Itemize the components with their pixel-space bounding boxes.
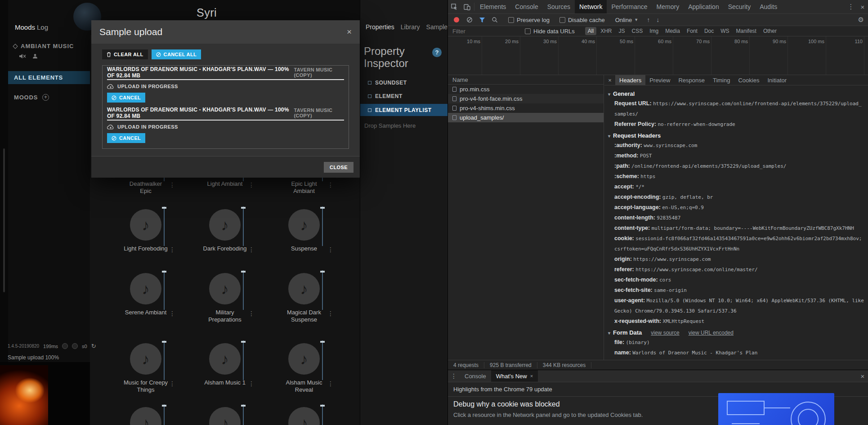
volume-knob[interactable] <box>320 341 325 343</box>
inspector-item-element[interactable]: ELEMENT <box>360 90 448 102</box>
device-toolbar-icon[interactable] <box>461 0 473 13</box>
close-button[interactable]: CLOSE <box>324 162 353 173</box>
devtools-menu-icon[interactable]: ⋮ <box>845 0 857 13</box>
clear-network-icon[interactable] <box>466 17 473 23</box>
nav-item-log[interactable]: Log <box>37 23 48 31</box>
filter-pill-xhr[interactable]: XHR <box>598 27 614 35</box>
tab-application[interactable]: Application <box>684 0 724 13</box>
filter-pill-ws[interactable]: WS <box>718 27 732 35</box>
element-icon[interactable]: ♪ <box>209 209 241 241</box>
add-mood-icon[interactable]: + <box>42 94 49 101</box>
element-tile[interactable]: ♪ <box>185 407 264 425</box>
mute-icon[interactable] <box>19 53 26 61</box>
detail-tab-headers[interactable]: Headers <box>615 75 645 85</box>
tab-security[interactable]: Security <box>724 0 756 13</box>
volume-slider[interactable] <box>164 270 165 310</box>
element-menu-icon[interactable]: ⋮ <box>327 380 334 387</box>
element-tile[interactable]: ♪ Alsham Music 1 ⋮ <box>185 343 264 412</box>
element-menu-ic on[interactable]: ⋮ <box>248 310 255 317</box>
settings-gear-icon[interactable]: ⚙ <box>858 16 864 24</box>
detail-tab-cookies[interactable]: Cookies <box>734 75 763 85</box>
element-tile[interactable]: ♪ <box>106 407 185 425</box>
volume-slider[interactable] <box>164 404 165 425</box>
inspector-item-soundset[interactable]: SOUNDSET <box>360 76 448 89</box>
request-row[interactable]: pro-v4-font-face.min.css <box>448 94 604 103</box>
filter-pill-media[interactable]: Media <box>662 27 683 35</box>
element-icon[interactable]: ♪ <box>288 343 320 375</box>
volume-knob[interactable] <box>162 405 166 407</box>
tab-close-icon[interactable]: × <box>530 373 533 379</box>
volume-slider[interactable] <box>243 340 244 380</box>
element-tile[interactable]: ♪ Dark Foreboding ⋮ <box>185 209 264 277</box>
element-menu-icon[interactable]: ⋮ <box>248 181 255 188</box>
volume-knob[interactable] <box>241 341 246 343</box>
element-icon[interactable]: ♪ <box>130 209 161 241</box>
detail-tab-preview[interactable]: Preview <box>645 75 674 85</box>
element-tile[interactable]: ♪ Military Preparations ⋮ <box>185 273 264 341</box>
element-menu-ic on[interactable]: ⋮ <box>169 310 175 317</box>
hide-data-urls-checkbox[interactable] <box>525 28 531 34</box>
filter-pill-manifest[interactable]: Manifest <box>734 27 759 35</box>
element-menu-icon[interactable]: ⋮ <box>327 181 334 188</box>
detail-tab-initiator[interactable]: Initiator <box>763 75 791 85</box>
element-icon[interactable]: ♪ <box>288 407 320 425</box>
tab-properties[interactable]: Properties <box>366 23 394 31</box>
nav-item-moods[interactable]: Moods <box>15 23 35 31</box>
element-icon[interactable]: ♪ <box>130 273 161 304</box>
user-icon[interactable] <box>32 53 38 61</box>
export-har-icon[interactable]: ↓ <box>656 16 659 23</box>
volume-knob[interactable] <box>162 207 166 209</box>
record-button[interactable] <box>454 17 459 22</box>
volume-slider[interactable] <box>243 404 244 425</box>
request-row[interactable]: pro-v4-shims.min.css <box>448 103 604 113</box>
preserve-log-checkbox[interactable] <box>508 17 514 23</box>
element-menu-ic on[interactable]: ⋮ <box>327 310 334 317</box>
cancel-button[interactable]: CANCEL <box>107 93 145 103</box>
drawer-close-icon[interactable]: × <box>857 370 868 382</box>
volume-knob[interactable] <box>320 271 325 273</box>
tab-sample[interactable]: Sample <box>426 23 447 31</box>
tab-audits[interactable]: Audits <box>755 0 782 13</box>
volume-slider[interactable] <box>322 270 323 310</box>
tab-network[interactable]: Network <box>575 0 607 13</box>
volume-slider[interactable] <box>322 206 323 246</box>
element-tile[interactable]: ♪ Light Foreboding ⋮ <box>106 209 185 277</box>
volume-slider[interactable] <box>243 206 244 246</box>
element-icon[interactable]: ♪ <box>209 273 241 304</box>
modal-close-icon[interactable]: × <box>347 27 352 37</box>
detail-tab-timing[interactable]: Timing <box>709 75 734 85</box>
section-title-general[interactable]: ▾ General <box>608 90 864 97</box>
element-menu-icon[interactable]: ⋮ <box>169 380 175 387</box>
cancel-all-button[interactable]: CANCEL ALL <box>152 49 201 59</box>
inspector-item-element-playlist[interactable]: ELEMENT PLAYLIST <box>360 104 448 116</box>
volume-knob[interactable] <box>162 341 166 343</box>
element-menu-icon[interactable]: ⋮ <box>248 380 255 387</box>
network-filter-input[interactable] <box>452 28 520 35</box>
tab-console[interactable]: Console <box>510 0 542 13</box>
volume-slider[interactable] <box>322 340 323 380</box>
element-tile[interactable]: ♪ Suspense ⋮ <box>264 209 344 277</box>
volume-slider[interactable] <box>322 404 323 425</box>
volume-knob[interactable] <box>320 405 325 407</box>
element-icon[interactable]: ♪ <box>130 343 161 375</box>
element-tile[interactable]: ♪ Magical Dark Suspense ⋮ <box>264 273 344 341</box>
filter-pill-img[interactable]: Img <box>647 27 661 35</box>
element-menu-icon[interactable]: ⋮ <box>169 246 175 253</box>
help-button[interactable]: ? <box>432 48 442 57</box>
drawer-tab-console[interactable]: Console <box>460 370 491 382</box>
devtools-close-icon[interactable]: × <box>857 0 868 13</box>
clear-all-button[interactable]: CLEAR ALL <box>102 49 148 59</box>
element-tile[interactable]: ♪ <box>264 407 344 425</box>
volume-knob[interactable] <box>241 405 246 407</box>
volume-slider[interactable] <box>243 270 244 310</box>
element-icon[interactable]: ♪ <box>209 343 241 375</box>
throttling-select[interactable]: Online ▼ <box>615 17 639 23</box>
detail-tab-response[interactable]: Response <box>674 75 709 85</box>
section-title-form-data[interactable]: ▾ Form Data view source view URL encoded <box>608 329 864 336</box>
tab-elements[interactable]: Elements <box>475 0 510 13</box>
element-menu-icon[interactable]: ⋮ <box>327 246 334 253</box>
filter-pill-js[interactable]: JS <box>616 27 627 35</box>
tab-performance[interactable]: Performance <box>607 0 652 13</box>
inspect-element-icon[interactable] <box>448 0 461 13</box>
volume-slider[interactable] <box>164 206 165 246</box>
